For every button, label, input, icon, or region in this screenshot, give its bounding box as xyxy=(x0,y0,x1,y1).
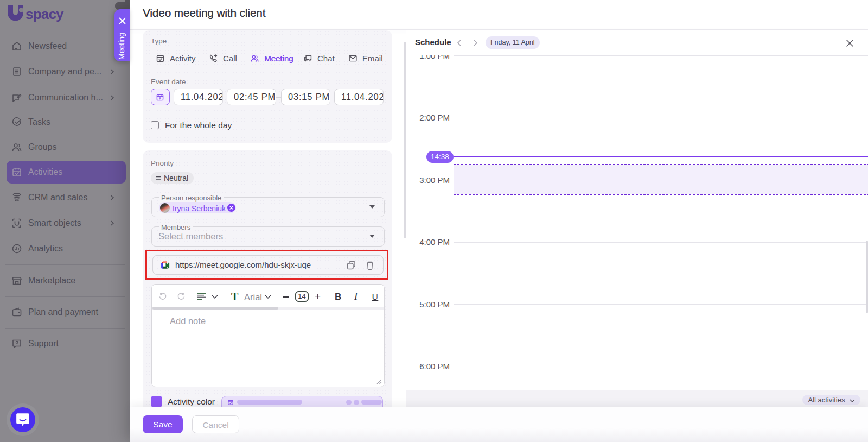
svg-text:spacy: spacy xyxy=(25,6,64,22)
